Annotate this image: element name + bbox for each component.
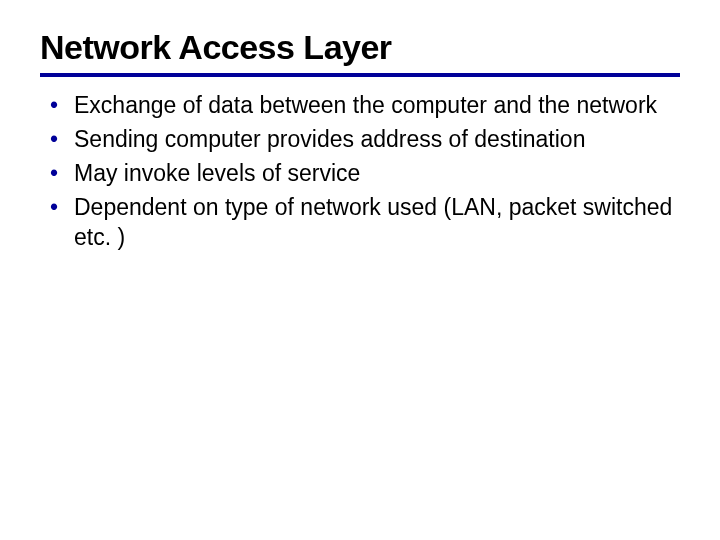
bullet-list: Exchange of data between the computer an… <box>46 91 680 252</box>
slide: Network Access Layer Exchange of data be… <box>0 0 720 540</box>
bullet-item: Dependent on type of network used (LAN, … <box>46 193 680 253</box>
bullet-item: May invoke levels of service <box>46 159 680 189</box>
bullet-item: Exchange of data between the computer an… <box>46 91 680 121</box>
slide-title: Network Access Layer <box>40 28 680 77</box>
bullet-item: Sending computer provides address of des… <box>46 125 680 155</box>
